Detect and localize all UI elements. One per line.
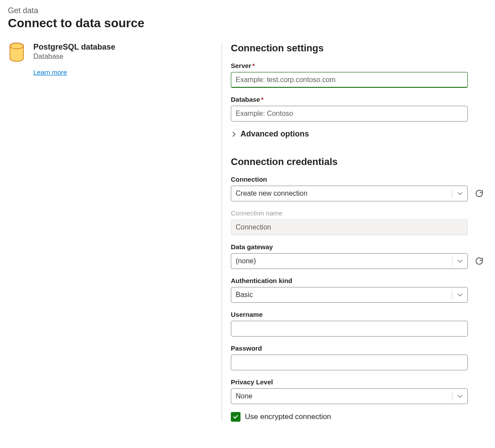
- password-label: Password: [231, 344, 484, 352]
- connection-refresh-button[interactable]: [474, 188, 484, 199]
- chevron-down-icon: [457, 190, 463, 197]
- auth-kind-label: Authentication kind: [231, 277, 484, 284]
- database-input[interactable]: [231, 106, 468, 122]
- gateway-select[interactable]: (none): [231, 253, 468, 269]
- source-type: Database: [33, 53, 115, 61]
- required-asterisk: *: [261, 96, 264, 103]
- database-label: Database*: [231, 96, 484, 103]
- advanced-options-toggle[interactable]: Advanced options: [231, 129, 484, 139]
- chevron-down-icon: [457, 393, 463, 399]
- refresh-icon: [474, 189, 484, 198]
- connection-name-input: [231, 219, 468, 235]
- database-icon: [8, 43, 25, 62]
- username-label: Username: [231, 311, 484, 318]
- connection-name-label: Connection name: [231, 209, 484, 217]
- source-name: PostgreSQL database: [33, 43, 115, 52]
- chevron-right-icon: [231, 131, 237, 137]
- form-panel: Connection settings Server* Database* Ad…: [222, 43, 487, 422]
- check-icon: [233, 414, 239, 420]
- encrypt-checkbox[interactable]: [231, 412, 240, 422]
- gateway-refresh-button[interactable]: [474, 256, 484, 266]
- refresh-icon: [474, 256, 484, 266]
- connection-settings-heading: Connection settings: [231, 43, 484, 54]
- connection-label: Connection: [231, 176, 484, 183]
- password-input[interactable]: [231, 355, 468, 370]
- chevron-down-icon: [457, 258, 463, 264]
- breadcrumb: Get data: [8, 6, 487, 15]
- source-panel: PostgreSQL database Database Learn more: [8, 43, 222, 422]
- server-input[interactable]: [231, 72, 468, 88]
- connection-credentials-heading: Connection credentials: [231, 156, 484, 168]
- encrypt-label: Use encrypted connection: [245, 412, 331, 421]
- learn-more-link[interactable]: Learn more: [33, 68, 67, 76]
- auth-kind-select[interactable]: Basic: [231, 287, 468, 303]
- username-input[interactable]: [231, 321, 468, 337]
- privacy-label: Privacy Level: [231, 378, 484, 386]
- connection-select[interactable]: Create new connection: [231, 186, 468, 201]
- server-label: Server*: [231, 62, 484, 69]
- chevron-down-icon: [457, 292, 463, 298]
- privacy-select[interactable]: None: [231, 388, 468, 404]
- gateway-label: Data gateway: [231, 243, 484, 251]
- required-asterisk: *: [252, 62, 255, 69]
- page-title: Connect to data source: [8, 16, 487, 30]
